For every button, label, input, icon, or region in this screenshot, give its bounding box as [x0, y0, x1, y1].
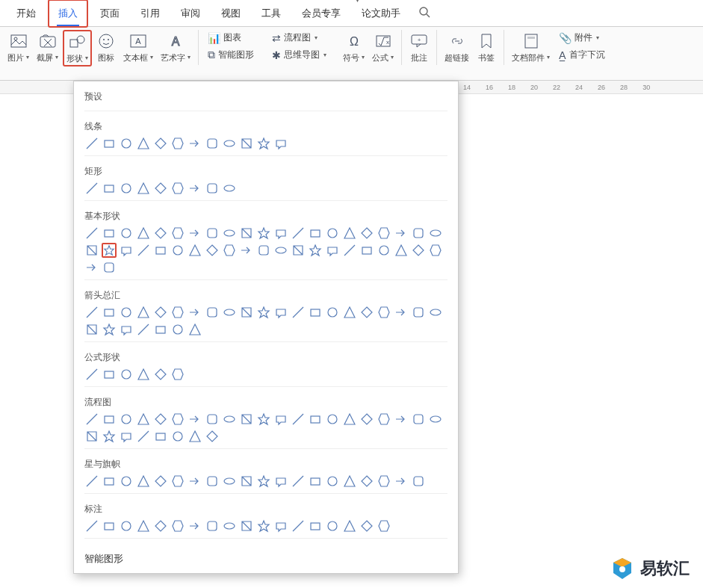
- tab-thesis[interactable]: 论文助手: [353, 1, 409, 26]
- shape-item[interactable]: [222, 474, 237, 489]
- shape-item[interactable]: [84, 322, 99, 337]
- shape-item[interactable]: [308, 226, 323, 241]
- shape-item[interactable]: [222, 519, 237, 533]
- ribbon-flowchart[interactable]: ⇄流程图▾: [267, 30, 331, 46]
- shape-item[interactable]: [291, 305, 306, 320]
- shape-item[interactable]: [84, 305, 99, 320]
- tab-vip[interactable]: 会员专享: [293, 1, 350, 26]
- shape-item[interactable]: [153, 226, 168, 241]
- shape-item[interactable]: [188, 474, 202, 489]
- shape-item[interactable]: [170, 305, 185, 320]
- shape-item[interactable]: [411, 243, 426, 258]
- shape-item[interactable]: [377, 412, 391, 427]
- shape-item[interactable]: [102, 305, 117, 320]
- shape-item[interactable]: [170, 367, 185, 382]
- shape-item[interactable]: [119, 519, 134, 533]
- tab-insert[interactable]: 插入: [48, 0, 88, 28]
- shape-item[interactable]: [205, 412, 220, 427]
- shape-item[interactable]: [136, 226, 151, 241]
- shape-item[interactable]: [84, 260, 99, 275]
- tab-tools[interactable]: 工具: [253, 1, 290, 26]
- shape-item[interactable]: [102, 226, 117, 241]
- shape-item[interactable]: [273, 474, 288, 489]
- shape-item[interactable]: [153, 367, 168, 382]
- ribbon-shapes[interactable]: 形状▾: [63, 30, 92, 66]
- shape-item[interactable]: [222, 136, 237, 151]
- shape-item[interactable]: [188, 519, 202, 533]
- shape-item[interactable]: [377, 243, 391, 258]
- shape-item[interactable]: [153, 322, 168, 337]
- shape-item[interactable]: [239, 305, 254, 320]
- shape-item[interactable]: [273, 136, 288, 151]
- shape-item[interactable]: [256, 519, 271, 533]
- shape-item[interactable]: [205, 519, 220, 533]
- ribbon-bookmark[interactable]: 书签: [474, 30, 504, 65]
- shape-item[interactable]: [239, 519, 254, 533]
- shape-item[interactable]: [342, 243, 357, 258]
- shape-item[interactable]: [170, 519, 185, 533]
- shape-item[interactable]: [170, 412, 185, 427]
- shape-item[interactable]: [188, 305, 202, 320]
- ribbon-smartart[interactable]: ⧉智能图形: [203, 47, 258, 63]
- shape-item[interactable]: [153, 519, 168, 533]
- ribbon-screenshot[interactable]: 截屏▾: [34, 30, 61, 65]
- shape-item[interactable]: [342, 412, 357, 427]
- shape-item[interactable]: [222, 181, 237, 196]
- shape-item[interactable]: [394, 226, 409, 241]
- shape-item[interactable]: [188, 243, 202, 258]
- shape-item[interactable]: [188, 136, 202, 151]
- shape-item[interactable]: [119, 305, 134, 320]
- shape-item[interactable]: [428, 243, 443, 258]
- shape-item[interactable]: [308, 412, 323, 427]
- shape-item[interactable]: [325, 305, 340, 320]
- shape-item[interactable]: [239, 226, 254, 241]
- shape-item[interactable]: [102, 412, 117, 427]
- shape-item[interactable]: [411, 305, 426, 320]
- shape-item[interactable]: [273, 243, 288, 258]
- shape-item[interactable]: [377, 474, 391, 489]
- shape-item[interactable]: [84, 367, 99, 382]
- ribbon-textbox[interactable]: A 文本框▾: [120, 30, 156, 65]
- shape-item[interactable]: [256, 474, 271, 489]
- shape-item[interactable]: [291, 226, 306, 241]
- shape-item[interactable]: [377, 305, 391, 320]
- shape-item[interactable]: [359, 243, 374, 258]
- shape-item[interactable]: [273, 519, 288, 533]
- shape-item[interactable]: [325, 226, 340, 241]
- shape-item[interactable]: [136, 322, 151, 337]
- shape-item[interactable]: [205, 429, 220, 444]
- shape-item[interactable]: [119, 322, 134, 337]
- ribbon-symbol[interactable]: Ω 符号▾: [340, 30, 368, 65]
- shape-item[interactable]: [102, 136, 117, 151]
- shape-item[interactable]: [291, 474, 306, 489]
- shape-item[interactable]: [119, 367, 134, 382]
- shape-item[interactable]: [102, 260, 117, 275]
- ribbon-mindmap[interactable]: ✱思维导图▾: [267, 47, 331, 63]
- shape-item[interactable]: [394, 412, 409, 427]
- shape-item[interactable]: [188, 322, 202, 337]
- tab-view[interactable]: 视图: [212, 1, 250, 26]
- shape-item[interactable]: [205, 136, 220, 151]
- shape-item[interactable]: [136, 474, 151, 489]
- shape-item[interactable]: [84, 226, 99, 241]
- shape-item[interactable]: [136, 181, 151, 196]
- shape-item[interactable]: [153, 429, 168, 444]
- shape-item[interactable]: [325, 243, 340, 258]
- shape-item[interactable]: [153, 305, 168, 320]
- shape-item[interactable]: [222, 226, 237, 241]
- shape-item[interactable]: [239, 474, 254, 489]
- shape-item[interactable]: [394, 243, 409, 258]
- shape-item[interactable]: [411, 474, 426, 489]
- shape-item[interactable]: [239, 412, 254, 427]
- shape-item[interactable]: [256, 243, 271, 258]
- shape-item[interactable]: [136, 412, 151, 427]
- tab-reference[interactable]: 引用: [131, 1, 169, 26]
- shape-item[interactable]: [273, 305, 288, 320]
- shape-item[interactable]: [102, 243, 117, 258]
- shape-item[interactable]: [136, 367, 151, 382]
- search-icon[interactable]: [418, 6, 430, 20]
- ribbon-chart[interactable]: 📊图表: [203, 30, 258, 46]
- shape-item[interactable]: [119, 181, 134, 196]
- ribbon-attachment[interactable]: 📎附件▾: [554, 30, 610, 46]
- shape-item[interactable]: [308, 305, 323, 320]
